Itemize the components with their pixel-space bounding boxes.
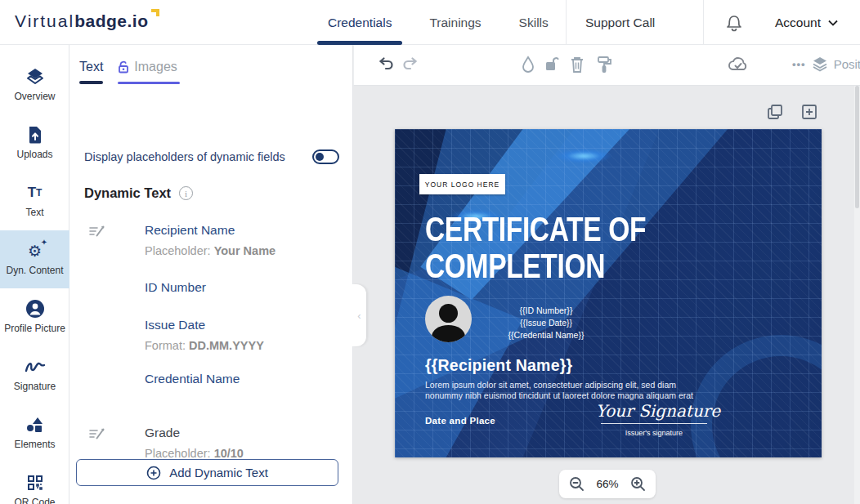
sidebar-item-text[interactable]: TT Text <box>0 172 69 230</box>
sidebar-item-uploads[interactable]: Uploads <box>0 114 69 172</box>
logo[interactable]: Virtualbadge.io <box>15 11 149 31</box>
support-call-button[interactable]: Support Call <box>585 0 655 45</box>
toggle-label: Display placeholders of dynamic fields <box>84 150 285 163</box>
sidebar-item-signature[interactable]: Signature <box>0 346 69 404</box>
recipient-name-placeholder[interactable]: {{Recipient Name}} <box>425 356 572 375</box>
date-and-place-label[interactable]: Date and Place <box>425 416 495 426</box>
panel-tab-label: Text <box>79 60 103 74</box>
support-call-label: Support Call <box>585 16 655 30</box>
field-meta: Format: DD.MM.YYYY <box>145 339 353 352</box>
top-navbar: Virtualbadge.io Credentials Trainings Sk… <box>0 0 860 45</box>
zoom-controls: 66% <box>559 470 656 498</box>
logo-placeholder-box[interactable]: YOUR LOGO HERE <box>419 174 505 194</box>
zoom-out-icon[interactable] <box>569 476 585 492</box>
active-tab-underline <box>317 41 402 45</box>
issue-date-placeholder[interactable]: {{Issue Date}} <box>477 317 616 329</box>
duplicate-view-icon[interactable] <box>767 104 783 120</box>
panel-tab-images[interactable]: Images <box>118 60 177 84</box>
account-menu[interactable]: Account <box>775 0 838 45</box>
unlock-icon[interactable] <box>544 56 559 74</box>
title-line-1: CERTIFICATE OF <box>425 211 646 248</box>
certificate-title[interactable]: CERTIFICATE OF COMPLETION <box>425 211 646 284</box>
edit-pen-icon[interactable] <box>89 427 105 440</box>
app-window: Virtualbadge.io Credentials Trainings Sk… <box>0 0 860 504</box>
field-label[interactable]: Grade <box>145 426 353 440</box>
vertical-scrollbar[interactable] <box>854 86 860 504</box>
position-button[interactable]: ••• Position <box>792 56 860 72</box>
field-label[interactable]: Issue Date <box>145 318 353 332</box>
nav-tab-skills[interactable]: Skills <box>500 0 567 45</box>
meta-value: Your Name <box>214 244 275 257</box>
main-nav: Credentials Trainings Skills <box>309 0 567 45</box>
scrollbar-thumb[interactable] <box>855 86 859 208</box>
field-id-number: ID Number <box>69 280 353 295</box>
field-label[interactable]: Recipient Name <box>145 223 353 238</box>
panel-tabs: Text Images <box>79 60 177 84</box>
certificate-preview[interactable]: YOUR LOGO HERE CERTIFICATE OF COMPLETION… <box>395 129 822 457</box>
zoom-in-icon[interactable] <box>630 476 646 492</box>
field-label[interactable]: ID Number <box>145 280 353 295</box>
nav-tab-trainings[interactable]: Trainings <box>410 0 499 45</box>
signature-script-text[interactable]: Your Signature <box>593 401 723 421</box>
editor-toolbar: ••• Position Sample Close <box>353 45 860 86</box>
redo-icon[interactable] <box>401 56 419 74</box>
nav-tab-credentials[interactable]: Credentials <box>309 0 410 45</box>
navbar-divider <box>566 0 567 45</box>
info-icon[interactable]: i <box>179 186 193 200</box>
panel-tab-text[interactable]: Text <box>79 60 103 84</box>
profile-picture-placeholder[interactable] <box>425 296 472 342</box>
avatar-head <box>439 304 458 323</box>
title-line-2: COMPLETION <box>425 248 646 284</box>
canvas-view-controls <box>767 104 817 120</box>
logo-suffix: badge.io <box>74 11 148 30</box>
placeholder-toggle-row: Display placeholders of dynamic fields <box>84 149 339 164</box>
sidebar-item-qr-code[interactable]: QR Code <box>0 462 69 504</box>
gear-sparkle-icon: ⚙✦ <box>28 242 42 260</box>
sidebar-item-label: QR Code <box>14 497 55 504</box>
certificate-body-text[interactable]: Lorem ipsum dolor sit amet, consectetuer… <box>425 380 695 401</box>
tool-sidebar: Overview Uploads TT Text ⚙✦ Dyn. Content… <box>0 45 69 504</box>
chevron-down-icon <box>828 20 838 26</box>
sidebar-item-label: Profile Picture <box>4 323 65 334</box>
account-label: Account <box>775 16 821 30</box>
field-credential-name: Credential Name <box>69 372 353 386</box>
lock-icon <box>118 60 129 74</box>
bell-icon[interactable] <box>726 12 742 32</box>
text-tab-underline <box>79 81 103 84</box>
editor-canvas[interactable]: YOUR LOGO HERE CERTIFICATE OF COMPLETION… <box>353 86 860 504</box>
chevron-left-icon: ‹ <box>357 310 361 322</box>
nav-tab-label: Skills <box>519 16 549 30</box>
dots-icon: ••• <box>792 58 806 70</box>
sidebar-item-dyn-content[interactable]: ⚙✦ Dyn. Content <box>0 230 69 288</box>
add-dynamic-text-button[interactable]: Add Dynamic Text <box>76 459 338 486</box>
logo-corner-mark <box>151 9 159 17</box>
sidebar-item-overview[interactable]: Overview <box>0 56 69 114</box>
color-droplet-icon[interactable] <box>521 56 535 74</box>
placeholder-text-block[interactable]: {{ID Number}} {{Issue Date}} {{Credentia… <box>477 305 616 341</box>
panel-tab-label: Images <box>134 60 177 74</box>
add-page-icon[interactable] <box>801 104 817 120</box>
placeholder-toggle[interactable] <box>312 149 339 164</box>
nav-tab-label: Credentials <box>328 16 392 30</box>
meta-label: Placeholder: <box>145 244 211 257</box>
signature-caption: Issuer's signature <box>621 428 687 438</box>
field-label[interactable]: Credential Name <box>145 372 353 386</box>
meta-label: Format: <box>145 339 186 352</box>
credential-name-placeholder[interactable]: {{Credential Name}} <box>477 329 616 341</box>
panel-collapse-handle[interactable]: ‹ <box>352 284 366 346</box>
sidebar-item-profile-picture[interactable]: Profile Picture <box>0 288 69 346</box>
person-circle-icon <box>25 300 45 318</box>
edit-pen-icon[interactable] <box>89 225 105 238</box>
id-number-placeholder[interactable]: {{ID Number}} <box>477 305 616 317</box>
logo-placeholder-text: YOUR LOGO HERE <box>425 181 499 189</box>
undo-icon[interactable] <box>377 56 395 74</box>
field-grade: Grade Placeholder: 10/10 <box>69 426 353 460</box>
cloud-saved-icon[interactable] <box>727 56 750 74</box>
dynamic-text-header: Dynamic Text i <box>84 185 193 201</box>
paint-roller-icon[interactable] <box>596 56 612 74</box>
plus-circle-icon <box>146 466 161 480</box>
glow-accent <box>555 149 612 163</box>
trash-icon[interactable] <box>570 56 585 74</box>
sidebar-item-elements[interactable]: Elements <box>0 404 69 462</box>
position-label: Position <box>834 57 860 71</box>
